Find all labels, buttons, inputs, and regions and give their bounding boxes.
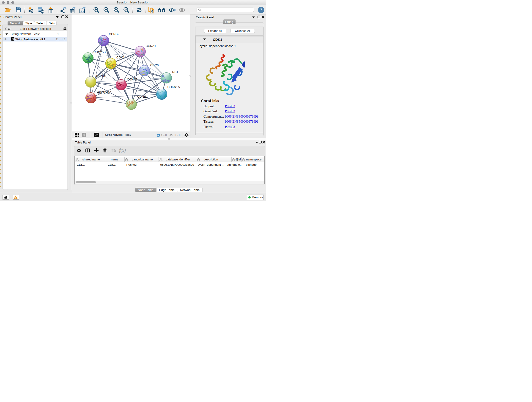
- svg-text:CCNB2: CCNB2: [109, 32, 119, 36]
- svg-text:CDC25B: CDC25B: [94, 51, 106, 54]
- svg-text:CCNA2: CCNA2: [127, 78, 138, 81]
- svg-text:CCNE1: CCNE1: [137, 95, 148, 98]
- svg-text:CDC6: CDC6: [150, 64, 159, 67]
- svg-text:RB1: RB1: [172, 70, 178, 74]
- svg-text:HIST1H1A: HIST1H1A: [97, 91, 112, 94]
- svg-text:CCNB1: CCNB1: [96, 74, 107, 78]
- svg-text:CCNA1: CCNA1: [146, 44, 156, 48]
- svg-text:CDKN1A: CDKN1A: [167, 85, 180, 89]
- svg-text:CDK1: CDK1: [116, 56, 125, 59]
